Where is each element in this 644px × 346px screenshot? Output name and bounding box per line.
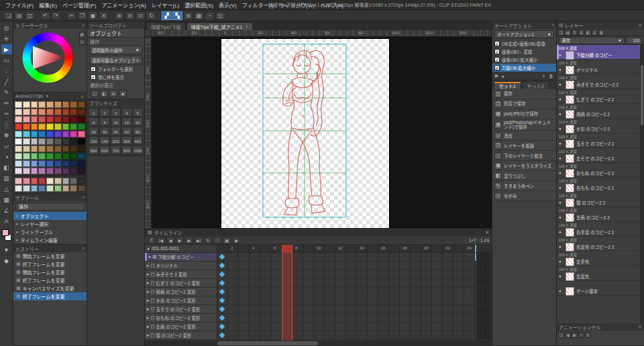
zoom-out-icon[interactable]: ⊖ [125, 11, 135, 20]
visibility-eye-icon[interactable]: ● [559, 171, 564, 175]
quick-access-item[interactable]: ✎すきまうめペン [492, 181, 556, 191]
timeline-playhead[interactable] [282, 245, 292, 341]
menu-item-6[interactable]: 表示(V) [216, 1, 239, 9]
quick-access-tab[interactable]: セット2 [522, 81, 549, 89]
color-swatch[interactable] [78, 116, 85, 123]
keyframe-diamond[interactable] [219, 289, 225, 294]
color-swatch[interactable] [78, 146, 85, 152]
panel-menu-icon[interactable]: ≡ [551, 23, 554, 27]
visibility-eye-icon[interactable]: ● [559, 141, 564, 146]
brush-size-cell[interactable]: 1000 [133, 146, 143, 154]
timeline-clip-cell[interactable]: ▸ 001-001-0001 [145, 245, 217, 252]
brush-size-cell[interactable]: 80 [133, 127, 143, 135]
keyframe-icon[interactable]: ◆ [232, 237, 240, 244]
color-swatch[interactable] [54, 138, 62, 145]
color-set-title[interactable]: AnimeG778K [15, 94, 44, 99]
delete-icon[interactable]: ✕ [99, 11, 109, 20]
color-swatch[interactable] [62, 116, 70, 123]
color-swatch[interactable] [70, 101, 77, 108]
color-swatch[interactable] [54, 123, 62, 130]
color-swatch[interactable] [54, 160, 62, 167]
brush-size-cell[interactable]: 800 [121, 146, 131, 154]
next-frame-icon[interactable]: ▶ [185, 237, 193, 244]
new-layer-icon[interactable]: ❏ [558, 30, 564, 36]
color-swatch[interactable] [15, 123, 22, 130]
tool-decoration-icon[interactable]: ❋ [1, 130, 12, 140]
new-cell-icon[interactable]: ❏ [558, 332, 564, 338]
quick-access-item[interactable]: ▤psd(JPEG)で保存 [492, 109, 556, 119]
timeline-track[interactable]: ▸▢両肩 のコピー2 変形 [145, 288, 492, 296]
visibility-eye-icon[interactable]: ● [559, 200, 564, 205]
color-swatch[interactable] [15, 160, 22, 167]
color-swatch[interactable] [78, 153, 85, 160]
onion-icon[interactable]: ◔ [213, 237, 221, 244]
color-swatch[interactable] [23, 116, 30, 123]
color-swatch[interactable] [62, 101, 70, 108]
tool-sub-color-icon[interactable]: ▼ [1, 245, 12, 255]
keyframe-diamond[interactable] [219, 254, 225, 260]
history-color-swatch[interactable] [23, 185, 30, 192]
color-swatch[interactable] [15, 131, 22, 137]
tool-figure-icon[interactable]: △ [1, 184, 12, 194]
visibility-eye-icon[interactable]: ● [559, 68, 564, 72]
quick-access-item[interactable]: ≈ゆがみ [492, 191, 556, 201]
copy-icon[interactable]: ❐ [77, 11, 87, 20]
color-swatch[interactable] [62, 153, 70, 160]
color-swatch[interactable] [15, 153, 22, 160]
brush-size-cell[interactable]: 500 [89, 146, 99, 154]
track-cells[interactable] [217, 314, 492, 322]
color-swatch[interactable] [15, 168, 22, 174]
chevron-down-icon[interactable]: ▼ [45, 94, 50, 99]
visibility-eye-icon[interactable]: ● [559, 127, 564, 131]
track-cells[interactable] [217, 253, 492, 261]
visibility-eye-icon[interactable]: ● [559, 230, 564, 234]
color-swatch[interactable] [78, 101, 85, 108]
color-swatch[interactable] [62, 123, 70, 130]
layer-row[interactable]: 100 K 通常●おもね のコピー2 2 [557, 163, 644, 178]
record-action-icon[interactable]: ● [501, 74, 504, 78]
fit-screen-icon[interactable]: ⊡ [136, 11, 146, 20]
undo-icon[interactable]: ↶ [40, 11, 50, 20]
color-swatch[interactable] [23, 131, 30, 137]
layer-row[interactable]: ●ゲージ基本 [557, 281, 644, 296]
brush-size-cell[interactable]: 40 [99, 127, 109, 135]
layer-row[interactable]: 100 K 通常●かお のコピー2 2 [557, 119, 644, 133]
track-cells[interactable] [217, 270, 492, 278]
cell-settings-icon[interactable]: ≡ [585, 332, 591, 338]
color-swatch[interactable] [78, 160, 85, 167]
layer-row[interactable]: 100 K 通常●むぎて のコピー2 2 [557, 89, 644, 104]
prev-cell-icon[interactable]: ◀ [565, 332, 571, 338]
track-name-cell[interactable]: ▸▢頭 のコピー2 変形 [145, 331, 217, 339]
tool-gradient-icon[interactable]: ▥ [1, 173, 12, 183]
track-name-cell[interactable]: ▸▢みぎそで 2 変形 [145, 270, 217, 278]
color-swatch[interactable] [62, 160, 70, 167]
brush-size-cell[interactable]: 15 [121, 117, 131, 126]
canvas-page[interactable] [221, 39, 389, 228]
color-swatch[interactable] [78, 109, 85, 115]
snap-special-icon[interactable]: ▚ [172, 11, 182, 20]
track-expand-icon[interactable]: ▸ [149, 254, 151, 260]
color-swatch[interactable] [54, 116, 62, 123]
color-swatch[interactable] [23, 123, 30, 130]
history-color-swatch[interactable] [54, 185, 62, 192]
grid-icon[interactable]: ⊞ [183, 11, 193, 20]
visibility-eye-icon[interactable]: ● [559, 97, 564, 101]
panel-menu-icon[interactable]: ▤ [559, 23, 564, 28]
toggle-point-icon[interactable]: ▢ [91, 90, 99, 97]
timeline-ruler[interactable]: ▸ 001-001-0001 24681012141618202224 [145, 245, 492, 253]
track-expand-icon[interactable]: ▸ [147, 263, 149, 268]
color-swatch[interactable] [54, 109, 62, 115]
delete-action-icon[interactable]: 🗑 [549, 74, 553, 78]
layer-row[interactable]: 100 K 通常●オリジナル [557, 60, 644, 74]
delete-layer-icon[interactable]: 🗑 [598, 30, 604, 36]
color-swatch[interactable] [78, 138, 85, 145]
color-swatch[interactable] [54, 168, 62, 174]
brush-size-cell[interactable]: 400 [133, 136, 143, 145]
history-color-swatch[interactable] [54, 178, 62, 184]
close-icon[interactable]: ✕ [638, 23, 642, 28]
visibility-eye-icon[interactable]: ● [559, 53, 564, 57]
keyframe-diamond[interactable] [219, 315, 225, 321]
visibility-eye-icon[interactable]: ● [559, 274, 564, 278]
track-cells[interactable] [217, 262, 492, 270]
panel-menu-icon[interactable]: ≡ [82, 23, 85, 27]
